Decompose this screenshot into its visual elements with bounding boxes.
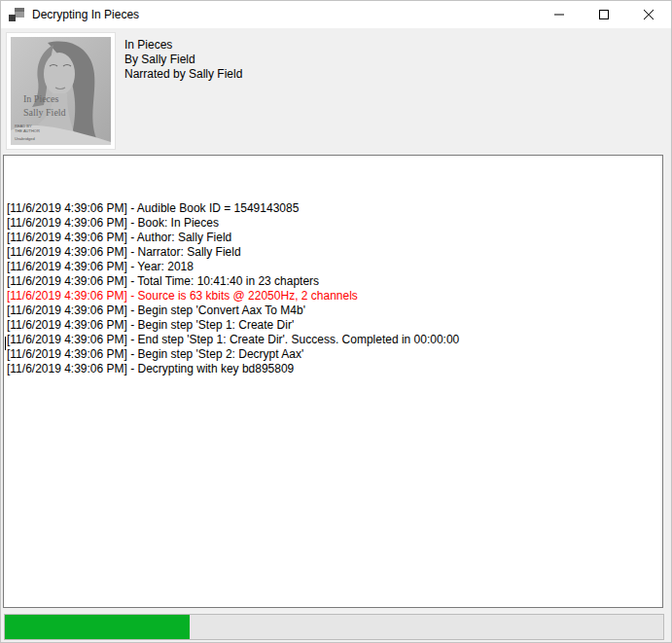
log-line: [11/6/2019 4:39:06 PM] - End step 'Step … [7,333,662,347]
app-icon [8,7,24,23]
cover-readby-line2: THE AUTHOR [15,128,40,133]
book-info: In Pieces By Sally Field Narrated by Sal… [124,38,242,82]
window-controls [537,1,671,28]
log-line: [11/6/2019 4:39:06 PM] - Narrator: Sally… [7,245,662,260]
cover-unabridged-text: Unabridged [15,136,35,141]
minimize-icon [554,10,564,19]
log-line: [11/6/2019 4:39:06 PM] - Year: 2018 [7,260,662,274]
book-narrator-line: Narrated by Sally Field [124,67,242,82]
book-author-line: By Sally Field [124,53,242,67]
progress-bar [4,614,664,640]
progress-bar-fill [5,615,190,639]
log-line: [11/6/2019 4:39:06 PM] - Begin step 'Ste… [7,318,662,333]
cover-title-text: In Pieces [23,93,58,104]
log-line: [11/6/2019 4:39:06 PM] - Author: Sally F… [7,231,662,245]
book-cover: In Pieces Sally Field READ BY THE AUTHOR… [7,33,115,149]
close-button[interactable] [626,1,671,28]
log-output[interactable]: [11/6/2019 4:39:06 PM] - Audible Book ID… [3,155,663,608]
book-title-line: In Pieces [124,38,242,53]
book-cover-image: In Pieces Sally Field READ BY THE AUTHOR… [11,37,111,145]
log-line: [11/6/2019 4:39:06 PM] - Source is 63 kb… [7,289,662,304]
log-line: [11/6/2019 4:39:06 PM] - Total Time: 10:… [7,274,662,289]
maximize-icon [599,10,609,19]
maximize-button[interactable] [582,1,626,28]
title-bar: Decrypting In Pieces [1,1,671,28]
text-caret [5,337,6,350]
log-line: [11/6/2019 4:39:06 PM] - Begin step 'Con… [7,304,662,318]
app-window: Decrypting In Pieces [0,0,672,643]
window-title: Decrypting In Pieces [32,8,139,21]
cover-author-text: Sally Field [23,107,66,118]
log-line: [11/6/2019 4:39:06 PM] - Begin step 'Ste… [7,347,662,362]
log-line: [11/6/2019 4:39:06 PM] - Decrypting with… [7,362,662,376]
minimize-button[interactable] [537,1,582,28]
log-line: [11/6/2019 4:39:06 PM] - Book: In Pieces [7,216,662,231]
close-icon [644,10,654,19]
log-line: [11/6/2019 4:39:06 PM] - Audible Book ID… [7,201,662,216]
